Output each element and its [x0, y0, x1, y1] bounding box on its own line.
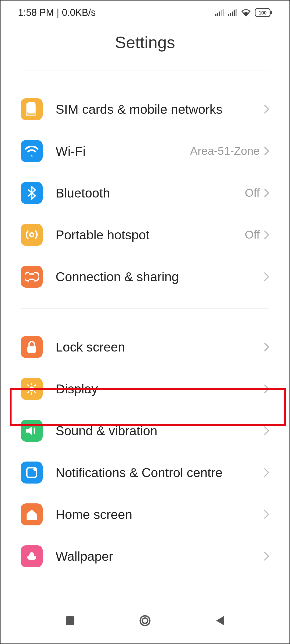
chevron-right-icon [264, 552, 269, 561]
settings-item-bluetooth[interactable]: Bluetooth Off [21, 172, 269, 214]
settings-item-value: Area-51-Zone [190, 145, 260, 158]
signal-2-icon [228, 9, 237, 16]
wifi-status-icon [241, 9, 251, 17]
svg-rect-3 [221, 10, 222, 16]
svg-rect-6 [230, 13, 231, 16]
svg-point-29 [140, 616, 150, 625]
signal-1-icon [215, 9, 224, 16]
settings-item-hotspot[interactable]: Portable hotspot Off [21, 214, 269, 256]
svg-text:100: 100 [259, 10, 267, 16]
settings-item-label: Wi-Fi [56, 144, 190, 159]
bluetooth-icon [21, 182, 43, 204]
settings-item-label: SIM cards & mobile networks [56, 102, 264, 117]
chevron-right-icon [264, 342, 269, 352]
settings-item-display[interactable]: Display [21, 368, 269, 410]
system-navigation-bar [1, 606, 289, 643]
battery-status-icon: 100 [255, 8, 272, 17]
settings-section-device: Lock screen Display Sound & vibration No… [21, 308, 269, 588]
settings-item-label: Bluetooth [56, 186, 245, 200]
settings-item-sim[interactable]: SIM cards & mobile networks [21, 88, 269, 130]
hotspot-icon [21, 224, 43, 246]
chevron-right-icon [264, 510, 269, 519]
svg-point-16 [29, 386, 34, 391]
svg-rect-4 [223, 9, 224, 16]
chevron-right-icon [264, 147, 269, 156]
settings-item-wallpaper[interactable]: Wallpaper [21, 535, 269, 577]
chevron-right-icon [264, 468, 269, 477]
svg-rect-5 [228, 14, 229, 16]
settings-item-label: Home screen [56, 507, 264, 522]
svg-rect-9 [235, 9, 237, 16]
svg-rect-1 [217, 13, 218, 16]
svg-rect-2 [219, 12, 220, 16]
svg-point-27 [33, 468, 37, 471]
settings-item-label: Portable hotspot [56, 228, 245, 242]
page-title: Settings [24, 33, 266, 52]
svg-point-14 [30, 233, 34, 237]
svg-line-23 [28, 392, 29, 393]
home-icon [21, 503, 43, 525]
svg-line-24 [35, 385, 36, 386]
settings-item-wifi[interactable]: Wi-Fi Area-51-Zone [21, 130, 269, 172]
settings-section-network: SIM cards & mobile networks Wi-Fi Area-5… [21, 71, 269, 308]
svg-rect-8 [234, 10, 235, 16]
svg-rect-13 [27, 102, 35, 114]
svg-rect-7 [232, 12, 233, 16]
wallpaper-icon [21, 545, 43, 567]
svg-point-30 [142, 618, 148, 623]
nav-recents-button[interactable] [63, 613, 77, 628]
chevron-right-icon [264, 230, 269, 239]
chevron-right-icon [264, 426, 269, 435]
svg-line-22 [35, 392, 36, 393]
settings-item-value: Off [245, 228, 260, 241]
chevron-right-icon [264, 188, 269, 197]
svg-rect-0 [215, 14, 216, 16]
svg-rect-11 [270, 11, 272, 14]
settings-item-notifications[interactable]: Notifications & Control centre [21, 452, 269, 493]
status-bar: 1:58 PM | 0.0KB/s 100 [1, 1, 289, 25]
nav-back-button[interactable] [213, 613, 227, 628]
wifi-icon [21, 140, 43, 162]
settings-item-label: Wallpaper [56, 549, 264, 564]
settings-item-label: Display [56, 382, 264, 396]
chevron-right-icon [264, 105, 269, 114]
settings-item-label: Notifications & Control centre [56, 465, 264, 480]
settings-item-label: Lock screen [56, 340, 264, 354]
nav-home-button[interactable] [138, 613, 152, 628]
lock-icon [21, 336, 43, 358]
settings-item-label: Connection & sharing [56, 269, 264, 284]
notifications-icon [21, 462, 43, 484]
settings-item-label: Sound & vibration [56, 423, 264, 438]
sound-icon [21, 420, 43, 442]
settings-item-sound[interactable]: Sound & vibration [21, 410, 269, 452]
connection-sharing-icon [21, 266, 43, 288]
svg-rect-15 [27, 346, 36, 353]
status-time: 1:58 PM | 0.0KB/s [18, 7, 96, 18]
sim-card-icon [21, 98, 43, 120]
settings-item-lock[interactable]: Lock screen [21, 326, 269, 368]
settings-item-connection[interactable]: Connection & sharing [21, 256, 269, 298]
svg-line-21 [28, 385, 29, 386]
chevron-right-icon [264, 272, 269, 281]
chevron-right-icon [264, 384, 269, 393]
svg-rect-28 [66, 616, 74, 625]
status-indicators: 100 [215, 8, 272, 17]
brightness-icon [21, 378, 43, 400]
settings-item-value: Off [245, 186, 260, 199]
settings-item-home[interactable]: Home screen [21, 493, 269, 535]
page-header: Settings [1, 25, 289, 71]
